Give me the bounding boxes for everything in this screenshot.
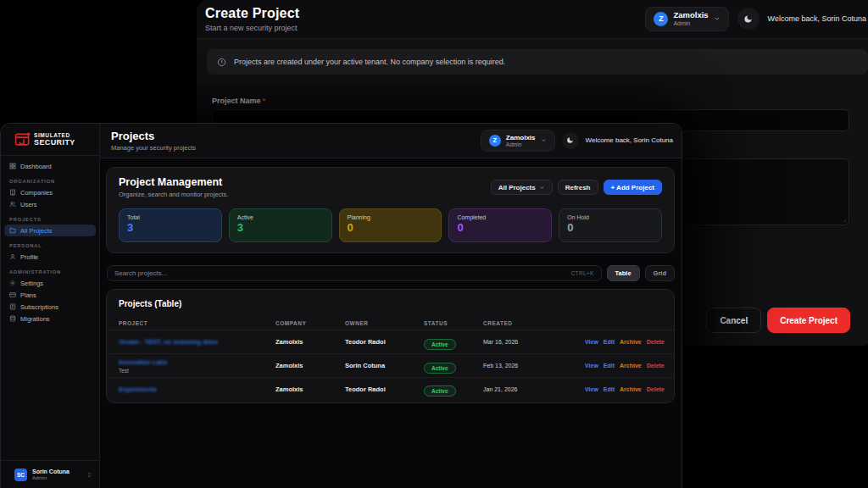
stat-value: 0 — [457, 221, 543, 234]
status-badge: Active — [424, 339, 456, 350]
tenant-selector[interactable]: Z Zamolxis Admin — [481, 130, 555, 152]
stat-planning: Planning 0 — [339, 208, 442, 242]
dark-mode-toggle[interactable] — [562, 132, 579, 149]
owner-cell: Sorin Cotuna — [345, 362, 424, 369]
project-name-link[interactable]: Innovation Labs — [119, 358, 275, 366]
create-project-button[interactable]: Create Project — [767, 308, 850, 333]
table-header-row: PROJECT COMPANY OWNER STATUS CREATED — [107, 316, 674, 330]
delete-action[interactable]: Delete — [647, 386, 665, 392]
user-role: Admin — [32, 475, 70, 481]
project-management-card: Project Management Organize, search and … — [106, 167, 675, 253]
page-subtitle: Start a new security project — [205, 24, 645, 32]
column-header-company: COMPANY — [275, 320, 345, 326]
status-badge: Active — [424, 385, 456, 396]
brand-logo: SIMULATED SECURITY — [1, 124, 99, 156]
project-name-link[interactable]: Experiments — [119, 385, 275, 393]
stat-label: Planning — [348, 214, 434, 220]
chevron-down-icon — [541, 137, 547, 143]
chevron-down-icon — [539, 185, 545, 191]
sidebar-item-plans[interactable]: Plans — [4, 289, 96, 301]
search-row: CTRL+K Table Grid — [107, 265, 675, 281]
dashboard-icon — [9, 163, 16, 169]
stat-label: Total — [127, 214, 214, 220]
sidebar-item-companies[interactable]: Companies — [4, 186, 96, 198]
delete-action[interactable]: Delete — [647, 339, 665, 345]
archive-action[interactable]: Archive — [620, 363, 642, 369]
created-cell: Mar 16, 2026 — [483, 339, 585, 345]
delete-action[interactable]: Delete — [647, 363, 665, 369]
credit-card-icon — [9, 291, 16, 298]
search-input[interactable] — [114, 269, 566, 277]
tenant-name: Zamolxis — [506, 134, 536, 141]
column-header-project: PROJECT — [119, 320, 275, 326]
sidebar-user-menu[interactable]: SC Sorin Cotuna Admin — [1, 460, 99, 488]
projects-window: SIMULATED SECURITY Dashboard ORGANIZATIO… — [0, 123, 682, 488]
company-cell: Zamolxis — [275, 385, 345, 393]
sidebar-item-subscriptions[interactable]: Subscriptions — [4, 301, 96, 313]
sidebar-item-all-projects[interactable]: All Projects — [4, 225, 96, 236]
view-action[interactable]: View — [585, 386, 598, 392]
search-box[interactable]: CTRL+K — [107, 265, 602, 281]
brand-line2: SECURITY — [34, 139, 75, 147]
tenant-role: Admin — [673, 20, 708, 27]
column-header-owner: OWNER — [345, 320, 424, 326]
projects-content: Project Management Organize, search and … — [100, 158, 682, 488]
archive-action[interactable]: Archive — [620, 386, 642, 392]
project-name-label-text: Project Name — [212, 97, 261, 105]
sidebar-item-dashboard[interactable]: Dashboard — [4, 160, 96, 172]
page-subtitle: Manage your security projects — [111, 144, 196, 152]
edit-action[interactable]: Edit — [604, 386, 615, 392]
projects-main: Projects Manage your security projects Z… — [100, 124, 682, 488]
refresh-button[interactable]: Refresh — [558, 180, 598, 195]
user-name: Sorin Cotuna — [32, 468, 70, 475]
chevrons-up-down-icon — [86, 471, 92, 479]
folder-icon — [9, 227, 16, 234]
cancel-button[interactable]: Cancel — [706, 308, 761, 333]
project-filter-select[interactable]: All Projects — [491, 180, 553, 195]
building-icon — [9, 189, 16, 196]
sidebar-item-label: All Projects — [20, 227, 53, 235]
project-note: Test — [119, 368, 275, 374]
sidebar-item-profile[interactable]: Profile — [4, 251, 96, 263]
project-name-link[interactable]: Veeam - TEST, no scanning done — [119, 338, 275, 346]
simulated-security-logo-icon — [14, 131, 31, 147]
stat-value: 0 — [567, 221, 654, 234]
tenant-selector[interactable]: Z Zamolxis Admin — [645, 7, 728, 31]
database-icon — [9, 315, 16, 322]
tenant-role: Admin — [506, 141, 536, 147]
sidebar-item-users[interactable]: Users — [4, 198, 96, 210]
nav-section-personal: PERSONAL — [9, 243, 96, 248]
banner-text: Projects are created under your active t… — [234, 58, 505, 66]
projects-topbar: Projects Manage your security projects Z… — [100, 124, 682, 158]
status-badge: Active — [424, 363, 456, 374]
company-cell: Zamolxis — [275, 338, 345, 346]
view-action[interactable]: View — [585, 363, 598, 369]
stat-value: 3 — [237, 221, 324, 234]
sidebar-item-label: Settings — [20, 280, 43, 287]
edit-action[interactable]: Edit — [604, 363, 615, 369]
stat-value: 3 — [127, 221, 214, 234]
view-action[interactable]: View — [585, 339, 598, 345]
nav-section-administration: ADMINISTRATION — [9, 269, 96, 274]
table-title: Projects (Table) — [107, 299, 674, 308]
resize-grip-icon[interactable] — [840, 216, 847, 223]
tenant-avatar: Z — [654, 12, 668, 26]
table-view-button[interactable]: Table — [607, 265, 640, 281]
sidebar-item-migrations[interactable]: Migrations — [4, 313, 96, 324]
stat-label: Active — [237, 214, 324, 220]
page-title: Create Project — [205, 6, 645, 21]
dark-mode-toggle[interactable] — [737, 8, 760, 30]
tenant-info-banner: Projects are created under your active t… — [207, 49, 868, 75]
created-cell: Jan 21, 2026 — [483, 386, 585, 392]
keyboard-shortcut-hint: CTRL+K — [571, 270, 594, 276]
grid-view-button[interactable]: Grid — [645, 265, 675, 281]
stat-completed: Completed 0 — [448, 208, 552, 242]
sidebar-item-settings[interactable]: Settings — [4, 277, 96, 289]
stat-total: Total 3 — [119, 208, 222, 242]
archive-action[interactable]: Archive — [620, 339, 642, 345]
nav-section-projects: PROJECTS — [9, 217, 96, 222]
add-project-button[interactable]: + Add Project — [604, 180, 663, 195]
column-header-created: CREATED — [483, 320, 585, 326]
sidebar-item-label: Plans — [20, 291, 36, 299]
edit-action[interactable]: Edit — [604, 339, 615, 345]
